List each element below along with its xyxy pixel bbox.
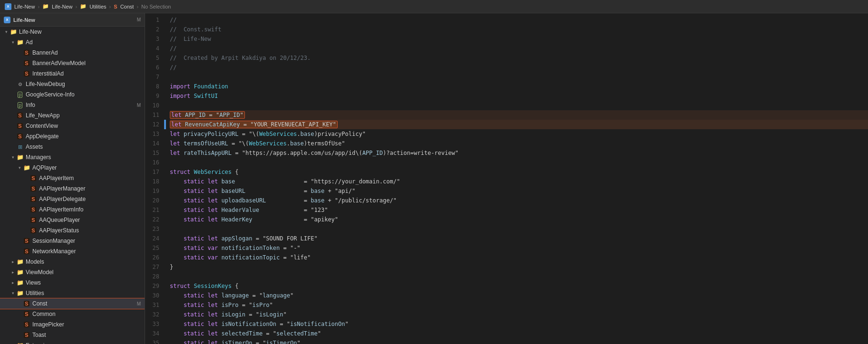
swift-icon: S (29, 206, 37, 213)
sidebar-item-label: Life_NewApp (26, 112, 141, 119)
sidebar-item-views[interactable]: 📁Views (0, 277, 145, 288)
line-number: 20 (145, 196, 159, 205)
line-number: 31 (145, 300, 159, 310)
code-line-14: let termsOfUseURL = "\(WebServices.base)… (170, 139, 868, 148)
sidebar-item-content-view[interactable]: SContentView (0, 121, 145, 131)
chevron-icon (10, 279, 16, 286)
code-line-29: struct SessionKeys { (170, 281, 868, 291)
swift-icon: S (29, 216, 37, 224)
sidebar-item-life-new-root[interactable]: 📁Life-New (0, 27, 145, 37)
sidebar-item-ad[interactable]: 📁Ad (0, 37, 145, 48)
sidebar-item-aaplayerdelegate[interactable]: SAAPlayerDelegate (0, 194, 145, 204)
sidebar-item-life-new-app[interactable]: SLife_NewApp (0, 110, 145, 121)
sidebar-item-aaplayermanager[interactable]: SAAPlayerManager (0, 183, 145, 194)
code-line-34: static let selectedTime = "selectedTime" (170, 329, 868, 338)
folder-icon: 📁 (16, 279, 24, 287)
sidebar-item-network-manager[interactable]: SNetworkManager (0, 246, 145, 257)
breadcrumb-life-new-2[interactable]: Life-New (52, 4, 72, 10)
chevron-icon (10, 39, 16, 46)
line-number: 32 (145, 310, 159, 319)
sidebar-item-view-model[interactable]: 📁ViewModel (0, 267, 145, 277)
swift-icon: S (23, 237, 30, 245)
chevron-icon (16, 164, 23, 171)
line-number: 15 (145, 148, 159, 158)
sidebar-item-label: ContentView (26, 123, 141, 129)
line-number: 11 (145, 110, 159, 120)
sidebar-item-aaplayerstatus[interactable]: SAAPlayerStatus (0, 225, 145, 236)
sidebar-item-assets[interactable]: ⊞Assets (0, 142, 145, 152)
code-line-13: let privacyPolicyURL = "\(WebServices.ba… (170, 129, 868, 139)
code-editor: 1234567891011121314151617181920212223242… (145, 13, 868, 344)
sidebar-item-life-new-debug[interactable]: ⚙Life-NewDebug (0, 79, 145, 89)
sidebar-item-managers[interactable]: 📁Managers (0, 152, 145, 162)
highlight-box-12: let RevenueCatApiKey = "YOUR_REVENUECAT_… (170, 121, 338, 128)
code-line-23 (170, 224, 868, 234)
sidebar-item-aaqueueplayer[interactable]: SAAQueuePlayer (0, 215, 145, 225)
sidebar-item-label: ViewModel (26, 269, 141, 276)
top-bar: X Life-New › 📁 Life-New › 📁 Utilities › … (0, 0, 868, 13)
sidebar-item-label: BannerAd (32, 49, 141, 56)
line-number: 10 (145, 101, 159, 110)
sidebar-item-interstitial-ad[interactable]: SInterstitialAd (0, 68, 145, 79)
sidebar-item-label: Const (32, 300, 135, 307)
code-line-5: // Created by Arpit Kakdiya on 20/12/23. (170, 53, 868, 63)
folder-icon: 📁 (16, 153, 24, 161)
breadcrumb-const[interactable]: Const (120, 4, 134, 10)
code-content[interactable]: //// Const.swift// Life-New//// Created … (166, 15, 868, 344)
sidebar-item-info[interactable]: pInfoM (0, 100, 145, 110)
breadcrumb-utilities[interactable]: Utilities (89, 4, 106, 10)
code-line-24: static let appSlogan = "SOUND FOR LIFE" (170, 234, 868, 243)
asset-icon: ⊞ (16, 143, 24, 151)
sidebar-item-aaplayeritem[interactable]: SAAPlayerItem (0, 173, 145, 183)
sidebar-item-label: Common (32, 311, 141, 317)
sidebar-item-label: GoogleService-Info (26, 91, 141, 98)
swift-icon: S (23, 321, 30, 328)
main-content: X Life-New M 📁Life-New📁Ad SBannerAd SBan… (0, 13, 868, 344)
folder-icon: 📁 (10, 28, 17, 36)
code-line-15: let rateThisAppURL = "https://apps.apple… (170, 148, 868, 158)
code-line-19: static let baseURL = base + "api/" (170, 186, 868, 196)
code-area: 1234567891011121314151617181920212223242… (145, 13, 868, 344)
sidebar-item-aaplayeriteminfo[interactable]: SAAPlayerItemInfo (0, 204, 145, 215)
plist-icon: p (16, 101, 24, 109)
sidebar-item-banner-ad-vm[interactable]: SBannerAdViewModel (0, 58, 145, 68)
debug-icon: ⚙ (16, 80, 24, 88)
sidebar-item-label: NetworkManager (32, 248, 141, 255)
sidebar-item-label: Toast (32, 332, 141, 338)
sidebar-item-aqplayer[interactable]: 📁AQPlayer (0, 162, 145, 173)
sidebar-item-label: AAPlayerStatus (39, 227, 141, 234)
sidebar-item-google-service[interactable]: pGoogleService-Info (0, 89, 145, 100)
line-number: 7 (145, 72, 159, 82)
swift-icon: S (23, 331, 30, 339)
sidebar-item-toast[interactable]: SToast (0, 330, 145, 340)
sidebar-item-app-delegate[interactable]: SAppDelegate (0, 131, 145, 142)
line-number: 19 (145, 186, 159, 196)
line-number: 22 (145, 215, 159, 224)
line-numbers: 1234567891011121314151617181920212223242… (145, 15, 164, 344)
line-number: 26 (145, 253, 159, 262)
code-line-3: // Life-New (170, 34, 868, 44)
sidebar-item-label: Assets (26, 143, 141, 150)
sidebar-item-utilities[interactable]: 📁Utilities (0, 288, 145, 298)
swift-icon: S (23, 70, 30, 77)
line-number: 2 (145, 25, 159, 34)
line-number: 14 (145, 139, 159, 148)
line-number: 5 (145, 53, 159, 63)
breadcrumb-life-new-1[interactable]: Life-New (14, 4, 35, 10)
sidebar-item-label: AAPlayerItem (39, 175, 141, 182)
line-number: 24 (145, 234, 159, 243)
sidebar-item-models[interactable]: 📁Models (0, 257, 145, 267)
breadcrumb-sep-4: › (137, 4, 138, 10)
sidebar-item-imagepicker[interactable]: SImagePicker (0, 319, 145, 330)
code-line-21: static let HeaderValue = "123" (170, 205, 868, 215)
swift-icon: S (29, 195, 37, 203)
folder-icon-2: 📁 (80, 3, 87, 10)
sidebar-item-common[interactable]: SCommon (0, 309, 145, 319)
sidebar-item-session-manager[interactable]: SSessionManager (0, 236, 145, 246)
code-line-27: } (170, 262, 868, 272)
sidebar-item-banner-ad[interactable]: SBannerAd (0, 48, 145, 58)
folder-icon: 📁 (16, 258, 24, 266)
breadcrumb-sep-3: › (109, 4, 111, 10)
sidebar-item-const[interactable]: SConstM (0, 298, 145, 309)
sidebar-item-extensions[interactable]: 📁Extensions (0, 340, 145, 344)
